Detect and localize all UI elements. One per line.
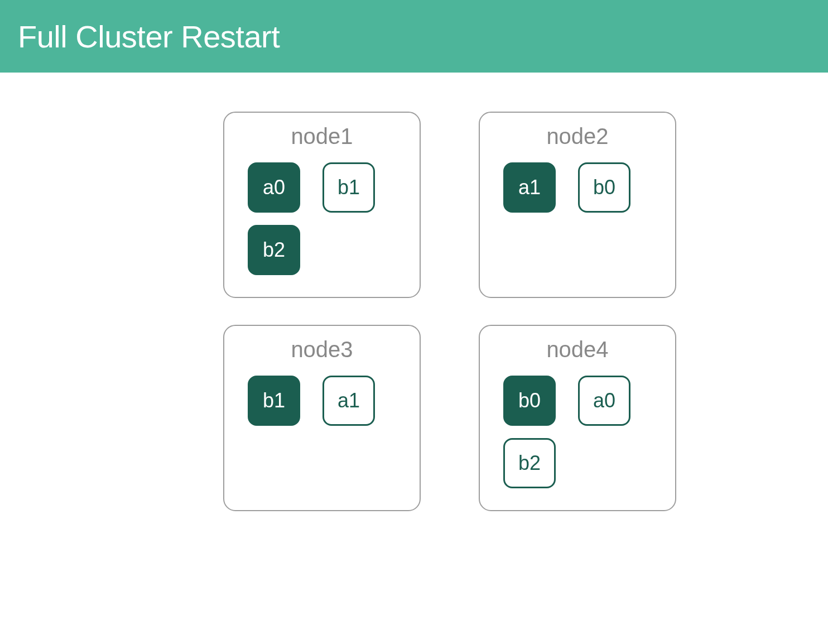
slide-title: Full Cluster Restart xyxy=(18,18,280,55)
node-box-1: node1 a0 b1 b2 xyxy=(223,112,421,298)
shard-grid: a1 b0 xyxy=(494,162,661,213)
node-title: node1 xyxy=(239,124,405,149)
shard-replica: b0 xyxy=(578,162,630,213)
slide-header: Full Cluster Restart xyxy=(0,0,828,73)
shard-grid: b0 a0 b2 xyxy=(494,376,661,488)
node-box-2: node2 a1 b0 xyxy=(479,112,676,298)
shard-replica: b1 xyxy=(322,162,375,213)
node-box-3: node3 b1 a1 xyxy=(223,325,421,511)
shard-primary: a0 xyxy=(248,162,300,213)
shard-replica: a1 xyxy=(322,376,375,426)
shard-grid: a0 b1 b2 xyxy=(239,162,405,275)
node-box-4: node4 b0 a0 b2 xyxy=(479,325,676,511)
node-title: node3 xyxy=(239,337,405,362)
node-grid: node1 a0 b1 b2 node2 a1 b0 node3 b1 a1 n… xyxy=(223,112,795,511)
shard-primary: b0 xyxy=(503,376,556,426)
node-title: node4 xyxy=(494,337,661,362)
shard-primary: b1 xyxy=(248,376,300,426)
node-title: node2 xyxy=(494,124,661,149)
slide-content: node1 a0 b1 b2 node2 a1 b0 node3 b1 a1 n… xyxy=(0,73,828,545)
shard-replica: a0 xyxy=(578,376,630,426)
shard-primary: b2 xyxy=(248,225,300,275)
shard-replica: b2 xyxy=(503,438,556,488)
shard-primary: a1 xyxy=(503,162,556,213)
shard-grid: b1 a1 xyxy=(239,376,405,426)
